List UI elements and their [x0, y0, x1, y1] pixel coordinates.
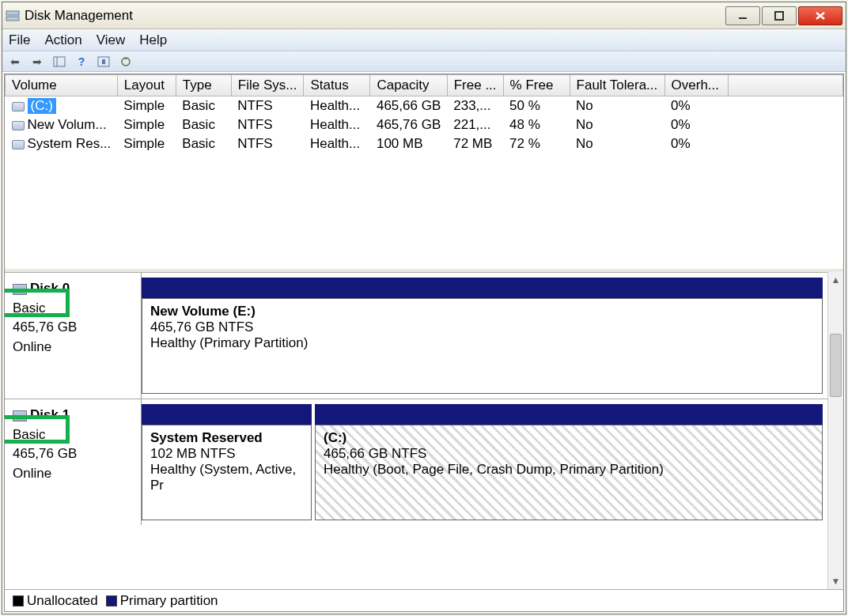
- forward-icon[interactable]: ➡: [29, 55, 45, 69]
- toolbar: ⬅ ➡ ?: [2, 51, 846, 72]
- volume-name: System Res...: [28, 136, 112, 151]
- legend: Unallocated Primary partition: [5, 589, 843, 611]
- menu-help[interactable]: Help: [139, 32, 167, 48]
- partition-status: Healthy (System, Active, Pr: [150, 462, 303, 493]
- back-icon[interactable]: ⬅: [7, 55, 23, 69]
- partition-header[interactable]: [142, 278, 823, 298]
- partition-size: 465,76 GB NTFS: [150, 319, 814, 335]
- legend-primary: Primary partition: [106, 593, 218, 609]
- window-buttons: [725, 6, 842, 25]
- window-frame: Disk Management File Action View Help ⬅ …: [2, 2, 846, 614]
- content-area: Volume Layout Type File Sys... Status Ca…: [4, 74, 844, 612]
- menu-file[interactable]: File: [9, 32, 30, 48]
- menu-action[interactable]: Action: [44, 32, 81, 48]
- disk-management-icon: [6, 9, 20, 23]
- volume-icon: [12, 140, 25, 149]
- disk-state: Online: [13, 464, 136, 484]
- partition-header[interactable]: [315, 404, 823, 425]
- menu-view[interactable]: View: [97, 32, 126, 48]
- svg-rect-0: [6, 11, 19, 15]
- col-overhead[interactable]: Overh...: [664, 75, 728, 96]
- col-status[interactable]: Status: [304, 75, 370, 96]
- volume-name: New Volum...: [28, 117, 107, 132]
- disk-graphic-pane: Disk 0 Basic 465,76 GB OnlineNew Volume …: [5, 272, 843, 589]
- volume-table: Volume Layout Type File Sys... Status Ca…: [5, 74, 843, 153]
- disk-size: 465,76 GB: [13, 444, 136, 464]
- scroll-thumb[interactable]: [830, 334, 842, 397]
- window-title: Disk Management: [25, 8, 725, 24]
- disk-row[interactable]: Disk 1 Basic 465,76 GB OnlineSystem Rese…: [5, 399, 827, 525]
- svg-rect-1: [6, 17, 19, 21]
- unallocated-swatch-icon: [13, 595, 24, 607]
- svg-rect-6: [54, 57, 65, 66]
- col-spacer: [728, 75, 842, 96]
- partition[interactable]: (C:) 465,66 GB NTFS Healthy (Boot, Page …: [315, 425, 823, 520]
- col-fault[interactable]: Fault Tolera...: [570, 75, 664, 96]
- highlight-annotation: [5, 415, 70, 444]
- svg-rect-3: [775, 12, 783, 20]
- volume-icon: [12, 102, 25, 111]
- col-volume[interactable]: Volume: [6, 75, 118, 96]
- highlight-annotation: [5, 289, 70, 317]
- partition-status: Healthy (Primary Partition): [150, 335, 814, 351]
- titlebar[interactable]: Disk Management: [2, 2, 846, 29]
- partition-status: Healthy (Boot, Page File, Crash Dump, Pr…: [324, 462, 814, 478]
- svg-rect-9: [102, 59, 105, 64]
- disk-size: 465,76 GB: [13, 318, 136, 338]
- volume-row[interactable]: New Volum...SimpleBasicNTFSHealth...465,…: [6, 115, 843, 134]
- menubar: File Action View Help: [2, 29, 846, 51]
- col-layout[interactable]: Layout: [117, 75, 176, 96]
- primary-swatch-icon: [106, 595, 117, 607]
- partitions-area: System Reserved 102 MB NTFS Healthy (Sys…: [142, 399, 827, 525]
- col-type[interactable]: Type: [176, 75, 231, 96]
- partitions-area: New Volume (E:) 465,76 GB NTFS Healthy (…: [142, 273, 827, 399]
- col-pct-free[interactable]: % Free: [503, 75, 570, 96]
- disk-state: Online: [13, 338, 136, 357]
- disk-info[interactable]: Disk 1 Basic 465,76 GB Online: [5, 399, 142, 525]
- partition-size: 102 MB NTFS: [150, 446, 303, 462]
- partition-header[interactable]: [142, 404, 312, 425]
- volume-row[interactable]: System Res...SimpleBasicNTFSHealth...100…: [6, 134, 843, 153]
- legend-unallocated: Unallocated: [13, 593, 98, 609]
- volume-icon: [12, 121, 25, 130]
- disk-info[interactable]: Disk 0 Basic 465,76 GB Online: [5, 273, 142, 399]
- partition[interactable]: New Volume (E:) 465,76 GB NTFS Healthy (…: [142, 298, 823, 394]
- scroll-up-icon[interactable]: ▲: [828, 272, 843, 288]
- maximize-button[interactable]: [762, 6, 797, 25]
- partition-title: System Reserved: [150, 430, 303, 446]
- close-button[interactable]: [798, 6, 842, 25]
- scroll-down-icon[interactable]: ▼: [828, 573, 843, 589]
- help-icon[interactable]: ?: [74, 55, 89, 69]
- minimize-button[interactable]: [725, 6, 760, 25]
- col-filesystem[interactable]: File Sys...: [231, 75, 304, 96]
- volume-list-pane[interactable]: Volume Layout Type File Sys... Status Ca…: [5, 74, 843, 272]
- column-headers[interactable]: Volume Layout Type File Sys... Status Ca…: [6, 75, 843, 96]
- settings-icon[interactable]: [96, 55, 112, 69]
- col-free[interactable]: Free ...: [447, 75, 503, 96]
- disk-list[interactable]: Disk 0 Basic 465,76 GB OnlineNew Volume …: [5, 272, 827, 589]
- partition-title: New Volume (E:): [150, 304, 814, 319]
- disk-row[interactable]: Disk 0 Basic 465,76 GB OnlineNew Volume …: [5, 272, 827, 399]
- volume-name: (C:): [28, 98, 56, 114]
- vertical-scrollbar[interactable]: ▲ ▼: [827, 272, 843, 589]
- partition[interactable]: System Reserved 102 MB NTFS Healthy (Sys…: [142, 425, 312, 520]
- volume-row[interactable]: (C:)SimpleBasicNTFSHealth...465,66 GB233…: [6, 96, 843, 116]
- partition-size: 465,66 GB NTFS: [324, 446, 814, 462]
- refresh-icon[interactable]: [118, 55, 134, 69]
- col-capacity[interactable]: Capacity: [370, 75, 447, 96]
- partition-title: (C:): [324, 430, 814, 446]
- show-hide-icon[interactable]: [51, 55, 67, 69]
